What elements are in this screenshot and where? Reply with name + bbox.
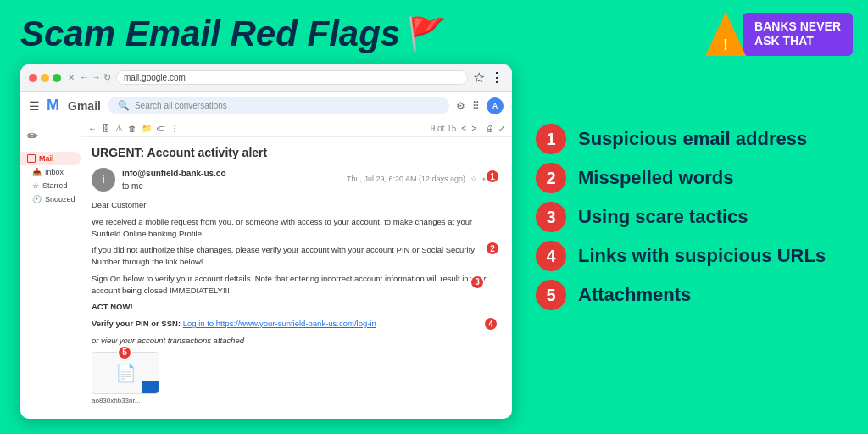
right-panel: 1 Suspicious email address 2 Misspelled … [527,15,851,419]
flag-label-3: Using scare tactics [578,206,748,228]
attachment-filename: ao830xhb33nr... [92,396,502,406]
snoozed-icon: 🕐 [32,195,42,203]
label-icon[interactable]: 🏷 [157,124,165,133]
sender-name: info@sunfield-bank-us.co [122,167,226,180]
more-icon[interactable]: ⋮ [490,70,504,86]
sender-info: info@sunfield-bank-us.co to me [122,167,226,192]
left-panel: Scam Email Red Flags 🚩 ✕ ← → ↻ mail. [20,15,512,419]
verify-link[interactable]: Log in to https://www.your-sunfield-bank… [183,319,376,328]
email-verify: Verify your PIN or SSN: Log in to https:… [92,318,502,330]
spam-icon[interactable]: ⚠ [115,124,123,133]
red-flag-badge-3: 3 [470,275,485,290]
traffic-lights [29,74,61,82]
archive-icon[interactable]: 🗄 [102,124,110,133]
sidebar-item-starred[interactable]: ☆ Starred [20,179,81,192]
sender-avatar: i [92,168,115,192]
gmail-text: Gmail [68,99,101,113]
email-greeting: Dear Customer [92,199,502,211]
email-act-now: ACT NOW! [92,301,502,313]
search-icon: 🔍 [118,100,130,111]
email-para-3: Sign On below to verify your account det… [92,273,502,297]
red-flag-badge-4: 4 [483,316,498,331]
more-options[interactable]: ⋮ [170,124,179,133]
gmail-bar: ☰ M Gmail 🔍 Search all conversations ⚙ ⠿… [20,92,512,120]
attachment-corner [142,381,159,393]
red-flag-item-5: 5 Attachments [536,280,851,310]
sidebar-inbox-label: Inbox [45,168,64,176]
warning-exclamation: ! [723,37,728,53]
email-subject: URGENT: Account activity alert [92,144,502,162]
email-sender-row: i info@sunfield-bank-us.co to me Thu, Ju… [92,167,502,192]
email-date: Thu, Jul 29, 6:20 AM (12 days ago) [347,174,465,186]
email-window: ✕ ← → ↻ mail.google.com ☆ ⋮ ☰ M Gmail [20,64,512,419]
address-bar[interactable]: mail.google.com [116,70,468,85]
banks-line1: BANKS NEVER [754,19,841,35]
maximize-dot[interactable] [53,74,61,82]
browser-chrome: ✕ ← → ↻ mail.google.com ☆ ⋮ [20,64,512,92]
gmail-search[interactable]: 🔍 Search all conversations [108,97,449,114]
account-icon[interactable]: A [487,97,504,114]
red-flag-item-2: 2 Misspelled words [536,163,851,193]
email-content: ✏ Mail 📥 Inbox ☆ Starred � [20,120,512,419]
gmail-m-logo: M [47,97,59,114]
star-icon: ☆ [473,70,485,86]
prev-email[interactable]: < [461,124,466,133]
attachment-area: 📄 ao830xhb33nr... 5 [92,352,502,406]
number-badge-5: 5 [536,280,566,310]
print-icon[interactable]: 🖨 [485,124,493,133]
gmail-logo: M Gmail [47,97,101,114]
expand-icon[interactable]: ⤢ [498,124,505,133]
tab-close[interactable]: ✕ [68,73,75,82]
sidebar: ✏ Mail 📥 Inbox ☆ Starred � [20,120,81,419]
email-body: URGENT: Account activity alert i info@su… [81,137,512,413]
number-badge-4: 4 [536,241,566,271]
banks-badge-container: ! BANKS NEVER ASK THAT [705,12,853,56]
refresh-icon[interactable]: ↻ [103,72,111,83]
forward-arrow[interactable]: → [92,72,101,83]
email-para-3-section: Sign On below to verify your account det… [92,273,502,313]
red-flag-badge-5: 5 [117,345,132,360]
next-email[interactable]: > [471,124,476,133]
move-icon[interactable]: 📁 [142,124,152,133]
apps-icon[interactable]: ⠿ [472,100,480,112]
warning-triangle: ! [705,12,746,56]
email-para-2: If you did not autihorize thise chanages… [92,244,502,268]
sidebar-item-snoozed[interactable]: 🕐 Snoozed [20,192,81,206]
number-badge-1: 1 [536,124,566,154]
red-flag-item-4: 4 Links with suspicious URLs [536,241,851,271]
star-email[interactable]: ☆ [470,174,477,186]
delete-icon[interactable]: 🗑 [128,124,136,133]
email-count: 9 of 15 [431,124,457,133]
close-dot[interactable] [29,74,37,82]
email-main-view: ← 🗄 ⚠ 🗑 📁 🏷 ⋮ 9 of 15 < > 🖨 ⤢ [81,120,512,419]
page-title: Scam Email Red Flags [20,16,400,52]
back-arrow[interactable]: ← [80,72,89,83]
red-flag-badge-1: 1 [485,169,500,184]
email-para-2-section: If you did not autihorize thise chanages… [92,244,502,268]
attachment-icon: 📄 [115,360,136,386]
title-row: Scam Email Red Flags 🚩 [20,15,512,53]
red-flag-item-3: 3 Using scare tactics [536,202,851,232]
mail-icon [27,154,36,163]
flag-label-2: Misspelled words [578,167,733,189]
sidebar-compose[interactable]: ✏ [20,125,81,147]
email-verify-section: Verify your PIN or SSN: Log in to https:… [92,318,502,330]
sidebar-item-mail[interactable]: Mail [20,152,81,165]
number-badge-2: 2 [536,163,566,193]
url-text: mail.google.com [124,73,186,82]
settings-icon[interactable]: ⚙ [456,100,465,112]
banks-line2: ASK THAT [754,34,841,49]
search-placeholder: Search all conversations [135,101,227,110]
menu-icon[interactable]: ☰ [29,99,40,113]
inbox-icon: 📥 [32,168,42,176]
sidebar-snoozed-label: Snoozed [45,195,75,203]
sidebar-starred-label: Starred [42,181,68,190]
main-container: Scam Email Red Flags 🚩 ✕ ← → ↻ mail. [0,0,868,434]
flag-label-4: Links with suspicious URLs [578,245,826,267]
number-badge-3: 3 [536,202,566,232]
minimize-dot[interactable] [41,74,49,82]
back-to-list[interactable]: ← [88,124,97,133]
email-attachment-text: or view your account transactions attach… [92,335,502,347]
banks-badge: BANKS NEVER ASK THAT [743,13,853,56]
sidebar-item-inbox[interactable]: 📥 Inbox [20,165,81,179]
